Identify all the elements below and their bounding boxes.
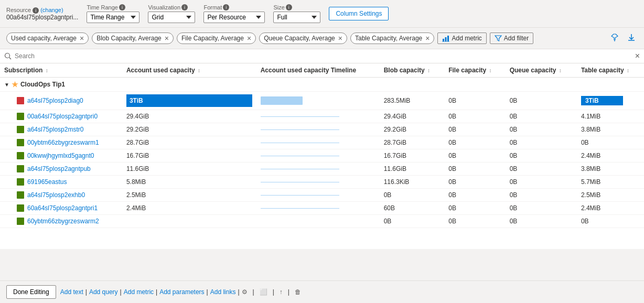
table-capacity-sort-icon[interactable]: ↕ bbox=[627, 68, 629, 73]
format-select[interactable]: Per Resource Per Subscription bbox=[203, 12, 265, 23]
row-table-capacity: 4.1MiB bbox=[577, 110, 644, 123]
filter-chip-1-label: Blob Capacity, Average bbox=[96, 35, 162, 42]
search-clear-icon[interactable]: × bbox=[635, 51, 640, 61]
subscription-sort-icon[interactable]: ↕ bbox=[46, 68, 48, 73]
row-table-capacity: 2.5MiB bbox=[577, 189, 644, 202]
row-blob-capacity: 60B bbox=[380, 202, 445, 215]
col-queue-capacity: Queue capacity ↕ bbox=[506, 63, 577, 78]
pin-icon-button[interactable] bbox=[608, 31, 621, 46]
resource-info-icon[interactable]: i bbox=[33, 7, 39, 14]
row-blob-capacity: 29.4GiB bbox=[380, 110, 445, 123]
table-wrapper[interactable]: Subscription ↕ Account used capacity ↕ A… bbox=[0, 63, 644, 228]
table-row: a64sl75plosp2diag0 3TiB 283.5MiB bbox=[0, 92, 644, 110]
queue-capacity-sort-icon[interactable]: ↕ bbox=[559, 68, 562, 73]
group-chevron-icon[interactable]: ▼ bbox=[4, 82, 9, 88]
resource-link[interactable]: 00a64sl75plosp2agntpri0 bbox=[27, 113, 98, 120]
time-range-select[interactable]: Time Range Last hour Last 24 hours bbox=[87, 12, 139, 23]
add-filter-icon bbox=[495, 35, 502, 42]
svg-point-6 bbox=[5, 53, 10, 58]
row-file-capacity: 0B bbox=[444, 123, 505, 136]
visualization-info-icon[interactable]: i bbox=[181, 4, 188, 10]
row-account-used-capacity: 5.8MiB bbox=[122, 176, 256, 189]
svg-rect-1 bbox=[445, 37, 447, 41]
filter-chip-2-remove[interactable]: × bbox=[247, 35, 251, 42]
resource-link[interactable]: 691965eastus bbox=[27, 178, 67, 186]
pin-icon bbox=[610, 33, 619, 41]
row-subscription: a64sl75plosp2exhb0 bbox=[0, 189, 122, 202]
resource-label: Resource i (change) bbox=[6, 7, 78, 14]
row-timeline bbox=[256, 176, 380, 189]
resource-link[interactable]: 60a64sl75plosp2agntpri1 bbox=[27, 204, 98, 212]
row-file-capacity: 0B bbox=[444, 110, 505, 123]
resource-link[interactable]: 00kwwjhgymlxd5gagnt0 bbox=[27, 152, 94, 159]
row-timeline bbox=[256, 149, 380, 163]
size-label: Size i bbox=[273, 4, 320, 10]
row-subscription: 691965eastus bbox=[0, 176, 122, 189]
file-capacity-sort-icon[interactable]: ↕ bbox=[489, 68, 492, 73]
filter-chip-1: Blob Capacity, Average × bbox=[92, 33, 174, 44]
format-control: Format i Per Resource Per Subscription bbox=[203, 4, 265, 23]
filter-chip-0-label: Used capacity, Average bbox=[11, 35, 77, 42]
visualization-select[interactable]: Grid Chart bbox=[148, 12, 195, 23]
row-account-used-capacity: 2.4MiB bbox=[122, 202, 256, 215]
filter-chip-4-label: Table Capacity, Average bbox=[355, 35, 422, 42]
row-timeline bbox=[256, 202, 380, 215]
filter-chip-3-remove[interactable]: × bbox=[338, 35, 342, 42]
row-table-capacity: 5.7MiB bbox=[577, 176, 644, 189]
resource-link[interactable]: 60ybtm66zbygrzeswarm2 bbox=[27, 218, 99, 225]
row-timeline bbox=[256, 123, 380, 136]
resource-link[interactable]: a64sl75plosp2agntpub bbox=[27, 165, 91, 172]
resource-link[interactable]: a64sl75plosp2exhb0 bbox=[27, 191, 85, 199]
search-input[interactable] bbox=[15, 52, 632, 60]
resource-info: Resource i (change) 00a64sl75plosp2agntp… bbox=[6, 7, 78, 21]
account-capacity-sort-icon[interactable]: ↕ bbox=[198, 68, 200, 73]
size-info-icon[interactable]: i bbox=[286, 4, 292, 10]
row-subscription: 00kwwjhgymlxd5gagnt0 bbox=[0, 149, 122, 163]
table-row: a64sl75plosp2agntpub 11.6GiB 11.6GiB 0B … bbox=[0, 163, 644, 176]
size-select[interactable]: Full Half Quarter bbox=[273, 12, 320, 23]
add-metric-button[interactable]: Add metric bbox=[437, 33, 486, 44]
storage-icon-green bbox=[17, 204, 24, 212]
add-filter-button[interactable]: Add filter bbox=[490, 33, 533, 44]
add-metric-label: Add metric bbox=[452, 35, 481, 42]
main-content: × Subscription ↕ Account used capacity ↕… bbox=[0, 49, 644, 249]
column-settings-button[interactable]: Column Settings bbox=[329, 7, 389, 20]
resource-link[interactable]: a64sl75plosp2mstr0 bbox=[27, 126, 83, 133]
visualization-label: Visualization i bbox=[148, 4, 195, 10]
storage-icon-green bbox=[17, 165, 24, 172]
filters-bar: Used capacity, Average × Blob Capacity, … bbox=[0, 28, 644, 49]
filter-chip-0-remove[interactable]: × bbox=[80, 35, 84, 42]
row-subscription: 00ybtm66zbygrzeswarm1 bbox=[0, 136, 122, 149]
row-blob-capacity: 16.7GiB bbox=[380, 149, 445, 163]
row-table-capacity: 2.4MiB bbox=[577, 202, 644, 215]
resource-link[interactable]: a64sl75plosp2diag0 bbox=[27, 97, 83, 104]
row-blob-capacity: 0B bbox=[380, 215, 445, 228]
time-range-info-icon[interactable]: i bbox=[119, 4, 125, 10]
row-blob-capacity: 11.6GiB bbox=[380, 163, 445, 176]
table-row: a64sl75plosp2mstr0 29.2GiB 29.2GiB 0B 0B… bbox=[0, 123, 644, 136]
table-row: 00kwwjhgymlxd5gagnt0 16.7GiB 16.7GiB 0B … bbox=[0, 149, 644, 163]
row-subscription: 60a64sl75plosp2agntpri1 bbox=[0, 202, 122, 215]
svg-rect-2 bbox=[447, 36, 449, 41]
col-account-used-capacity-timeline: Account used capacity Timeline bbox=[256, 63, 380, 78]
row-timeline bbox=[256, 163, 380, 176]
resource-change-link[interactable]: (change) bbox=[40, 7, 63, 13]
blob-capacity-sort-icon[interactable]: ↕ bbox=[427, 68, 430, 73]
storage-icon-green bbox=[17, 191, 24, 199]
search-bar: × bbox=[0, 49, 644, 63]
row-blob-capacity: 0B bbox=[380, 189, 445, 202]
filter-chip-1-remove[interactable]: × bbox=[165, 35, 169, 42]
filter-chip-4-remove[interactable]: × bbox=[425, 35, 430, 42]
row-table-capacity: 2.4MiB bbox=[577, 149, 644, 163]
row-file-capacity: 0B bbox=[444, 163, 505, 176]
row-table-capacity: 3TiB bbox=[577, 92, 644, 110]
filter-chip-0: Used capacity, Average × bbox=[6, 33, 89, 44]
resource-link[interactable]: 00ybtm66zbygrzeswarm1 bbox=[27, 139, 99, 146]
download-icon-button[interactable] bbox=[625, 31, 638, 46]
row-queue-capacity: 0B bbox=[506, 136, 577, 149]
storage-icon-green bbox=[17, 218, 24, 225]
table-row: 60a64sl75plosp2agntpri1 2.4MiB 60B 0B 0B… bbox=[0, 202, 644, 215]
row-blob-capacity: 28.7GiB bbox=[380, 136, 445, 149]
format-info-icon[interactable]: i bbox=[223, 4, 229, 10]
row-account-used-capacity: 28.7GiB bbox=[122, 136, 256, 149]
